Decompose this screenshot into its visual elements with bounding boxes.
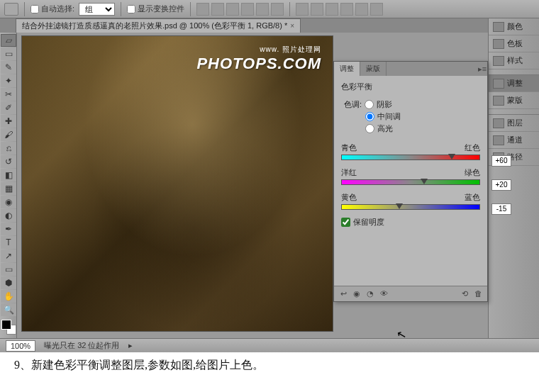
tone-label: 色调: [344,99,362,110]
tools-panel: ▱ ▭ ✎ ✦ ✂ ✐ ✚ 🖌 ⎌ ↺ ◧ ▦ ◉ ◐ ✒ T ↗ ▭ ⬢ ✋ … [0,33,17,352]
marquee-tool[interactable]: ▭ [1,47,16,60]
adjustments-panel: 调整 蒙版 ▸≡ 色彩平衡 色调: 阴影 中间调 高光 青色红色 洋红绿色 黄 [333,61,488,302]
panel-title: 色彩平衡 [341,82,480,92]
watermark-line2: PHOTOPS.COM [196,55,321,73]
lasso-tool[interactable]: ✎ [1,61,16,74]
pen-tool[interactable]: ✒ [1,223,16,235]
slider-magenta-green[interactable] [341,179,480,185]
radio-highlight[interactable] [365,124,374,133]
palette-icon [493,22,504,32]
wand-tool[interactable]: ✦ [1,74,16,87]
close-icon[interactable]: × [290,22,294,30]
value-red[interactable]: +60 [491,155,511,167]
3d-tool[interactable]: ⬢ [1,276,16,289]
auto-select-label: 自动选择: [41,4,74,14]
dodge-tool[interactable]: ◐ [1,209,16,222]
status-arrow-icon[interactable]: ▸ [128,341,133,350]
slider-handle[interactable] [421,179,428,184]
mask-icon [493,96,504,106]
distribute-icon[interactable] [340,3,353,16]
watermark: www. 照片处理网 PHOTOPS.COM [196,45,321,73]
align-icon[interactable] [271,3,284,16]
tab-mask[interactable]: 蒙版 [360,62,387,76]
slider-cyan-red[interactable] [341,155,480,160]
crop-tool[interactable]: ✂ [1,88,16,101]
channels-icon [493,135,504,145]
show-transform-checkbox[interactable]: 显示变换控件 [127,4,184,14]
distribute-icon[interactable] [355,3,368,16]
move-tool[interactable]: ▱ [1,34,16,47]
return-icon[interactable]: ↩ [338,289,348,299]
options-bar: 自动选择: 组 显示变换控件 [0,0,539,18]
trash-icon[interactable]: 🗑 [473,289,483,299]
slider-handle[interactable] [448,154,455,159]
align-icon[interactable] [211,3,224,16]
auto-select-checkbox[interactable]: 自动选择: [30,4,74,14]
distribute-icon[interactable] [326,3,338,16]
blur-tool[interactable]: ◉ [1,196,16,208]
zoom-level[interactable]: 100% [6,340,35,352]
distribute-icon[interactable] [311,3,323,16]
preserve-luminosity-checkbox[interactable]: 保留明度 [341,217,480,228]
distribute-icon[interactable] [370,3,383,16]
swatch-icon [493,39,504,49]
visibility-icon[interactable]: ◉ [352,289,362,299]
move-tool-indicator[interactable] [4,3,18,16]
color-swatch[interactable] [1,320,15,337]
caption-text: 9、新建色彩平衡调整图层,参数如图,给图片上色。 [14,358,264,373]
styles-icon [493,56,504,66]
zoom-tool[interactable]: 🔍 [1,303,16,316]
rail-item-layers[interactable]: 图层 [489,115,539,132]
distribute-icon[interactable] [296,3,309,16]
layers-icon [493,118,504,128]
healing-tool[interactable]: ✚ [1,115,16,128]
type-tool[interactable]: T [1,236,16,249]
slider-handle[interactable] [396,203,403,209]
canvas-image: www. 照片处理网 PHOTOPS.COM [21,35,333,332]
panel-menu-icon[interactable]: ▸≡ [477,65,487,74]
clip-icon[interactable]: ◔ [365,289,375,299]
rail-item-styles[interactable]: 样式 [489,52,539,69]
path-tool[interactable]: ↗ [1,250,16,262]
align-icon[interactable] [226,3,239,16]
rail-item-adjust[interactable]: 调整 [489,75,539,92]
align-icon[interactable] [196,3,209,16]
gradient-tool[interactable]: ▦ [1,182,16,195]
foreground-color-swatch[interactable] [1,320,11,330]
eraser-tool[interactable]: ◧ [1,169,16,181]
view-icon[interactable]: 👁 [379,289,389,299]
hand-tool[interactable]: ✋ [1,290,16,303]
value-green[interactable]: +20 [491,179,511,191]
rail-item-mask[interactable]: 蒙版 [489,92,539,109]
watermark-line1: www. 照片处理网 [196,45,321,55]
rail-item-color[interactable]: 颜色 [489,18,539,35]
radio-midtone[interactable] [365,112,374,121]
eyedropper-tool[interactable]: ✐ [1,101,16,114]
stamp-tool[interactable]: ⎌ [1,142,16,155]
slider-yellow-blue[interactable] [341,204,480,210]
history-brush-tool[interactable]: ↺ [1,155,16,168]
auto-select-dropdown[interactable]: 组 [79,3,115,16]
value-blue[interactable]: -15 [491,203,511,215]
document-tab[interactable]: 结合外挂滤镜打造质感逼真的老照片效果.psd @ 100% (色彩平衡 1, R… [16,18,301,33]
show-transform-label: 显示变换控件 [138,4,184,14]
status-bar: 100% 曝光只在 32 位起作用 ▸ [0,338,539,352]
align-icon[interactable] [241,3,254,16]
reset-icon[interactable]: ⟲ [460,289,469,299]
brush-tool[interactable]: 🖌 [1,128,16,141]
rail-item-swatch[interactable]: 色板 [489,35,539,52]
shape-tool[interactable]: ▭ [1,263,16,276]
rail-item-channels[interactable]: 通道 [489,132,539,149]
status-info: 曝光只在 32 位起作用 [44,340,119,351]
align-icon[interactable] [256,3,269,16]
radio-shadow[interactable] [365,100,374,109]
adjust-icon [493,79,504,89]
document-tab-title: 结合外挂滤镜打造质感逼真的老照片效果.psd @ 100% (色彩平衡 1, R… [22,21,287,31]
tab-adjust[interactable]: 调整 [334,62,360,76]
document-tab-bar: 结合外挂滤镜打造质感逼真的老照片效果.psd @ 100% (色彩平衡 1, R… [0,18,539,33]
